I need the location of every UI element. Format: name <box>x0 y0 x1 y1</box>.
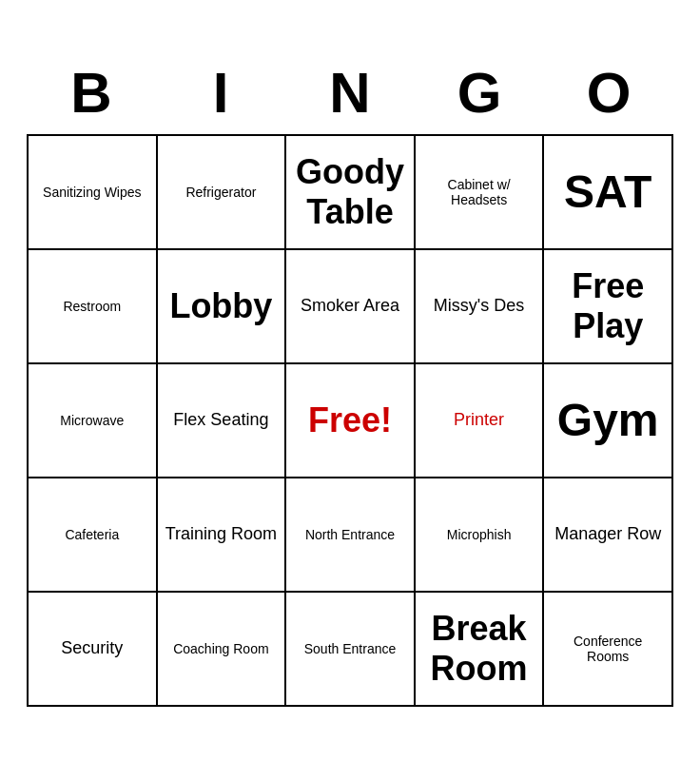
cell-r2-c2: Free! <box>286 364 416 478</box>
cell-r2-c1: Flex Seating <box>158 364 287 478</box>
cell-r1-c0: Restroom <box>29 250 158 364</box>
cell-r4-c2: South Entrance <box>286 593 416 707</box>
cell-r0-c1: Refrigerator <box>158 136 287 250</box>
cell-r2-c4: Gym <box>544 364 673 478</box>
cell-r1-c2: Smoker Area <box>286 250 416 364</box>
cell-r4-c1: Coaching Room <box>158 593 287 707</box>
cell-r1-c1: Lobby <box>158 250 287 364</box>
cell-r4-c4: Conference Rooms <box>544 593 673 707</box>
cell-r0-c0: Sanitizing Wipes <box>29 136 158 250</box>
cell-r3-c4: Manager Row <box>544 478 673 593</box>
bingo-letter-B: B <box>27 55 156 130</box>
cell-r3-c1: Training Room <box>158 478 287 593</box>
bingo-letter-I: I <box>156 55 285 130</box>
cell-r3-c2: North Entrance <box>286 478 416 593</box>
bingo-letter-O: O <box>544 55 673 130</box>
cell-r2-c0: Microwave <box>29 364 158 478</box>
bingo-letter-N: N <box>285 55 415 130</box>
bingo-header: BINGO <box>27 55 673 130</box>
cell-r3-c3: Microphish <box>416 478 545 593</box>
cell-r4-c0: Security <box>29 593 158 707</box>
cell-r1-c4: Free Play <box>544 250 673 364</box>
cell-r1-c3: Missy's Des <box>416 250 545 364</box>
cell-r4-c3: Break Room <box>416 593 545 707</box>
cell-r0-c2: Goody Table <box>286 136 416 250</box>
cell-r0-c3: Cabinet w/ Headsets <box>416 136 545 250</box>
bingo-grid: Sanitizing WipesRefrigeratorGoody TableC… <box>27 134 673 707</box>
bingo-letter-G: G <box>415 55 544 130</box>
bingo-card: BINGO Sanitizing WipesRefrigeratorGoody … <box>17 46 683 716</box>
cell-r2-c3: Printer <box>416 364 545 478</box>
cell-r3-c0: Cafeteria <box>29 478 158 593</box>
cell-r0-c4: SAT <box>544 136 673 250</box>
